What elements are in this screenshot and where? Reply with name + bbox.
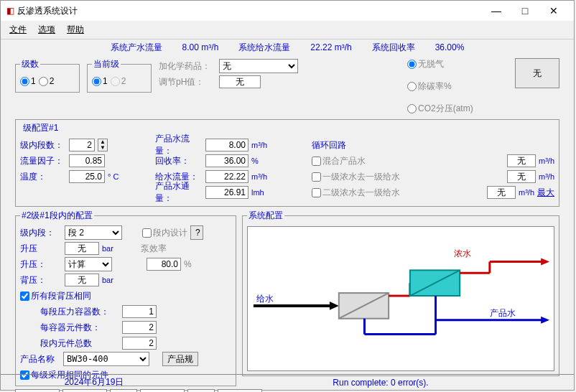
help-button[interactable]: ?: [190, 225, 203, 240]
mix-value[interactable]: [507, 154, 536, 167]
statusbar: 2024年6月19日 Run complete: 0 error(s).: [1, 374, 574, 390]
menu-help[interactable]: 帮助: [67, 24, 84, 36]
passes-legend: 级数: [20, 58, 40, 70]
permflow-input[interactable]: [205, 139, 248, 151]
conc2-value[interactable]: [487, 186, 516, 199]
summary-value-recovery: 36.00%: [435, 42, 465, 52]
recovery-input[interactable]: [205, 154, 248, 167]
ph-value[interactable]: [219, 75, 261, 88]
summary-value-permflow: 8.00 m³/h: [182, 42, 219, 52]
conc1-value[interactable]: [507, 170, 536, 183]
chem-select[interactable]: 无: [219, 59, 298, 73]
boost-label: 升压: [20, 243, 62, 255]
titlebar: ◧ 反渗透系统设计 — □ ✕: [1, 1, 574, 21]
el-label: 每容器元件数：: [40, 322, 119, 334]
maximize-button[interactable]: □: [511, 1, 539, 21]
svg-marker-11: [541, 258, 549, 266]
flowfactor-label: 流量因子：: [20, 155, 66, 167]
diagram-conc-label: 浓水: [454, 248, 471, 258]
menu-options[interactable]: 选项: [38, 24, 55, 36]
window-title: 反渗透系统设计: [17, 5, 482, 17]
system-diagram: 给水: [247, 226, 554, 371]
currentpass-fieldset: 当前级 1 2: [87, 58, 152, 93]
boost-input[interactable]: [65, 242, 99, 255]
syscfg-fieldset: 系统配置 给水: [242, 210, 559, 376]
cfg2-legend: #2级#1段内的配置: [20, 210, 94, 222]
el-input[interactable]: [122, 321, 157, 334]
prod-button[interactable]: 产品规: [162, 352, 198, 366]
degas-button[interactable]: 无: [515, 58, 559, 88]
flux-label: 产品水通量：: [155, 180, 203, 205]
flux-input[interactable]: [205, 186, 248, 199]
boost2-label: 升压：: [20, 258, 62, 271]
recycle-title: 循环回路: [312, 139, 346, 151]
chem-label: 加化学药品：: [159, 60, 213, 73]
conc2-check[interactable]: 二级浓水去一级给水: [312, 187, 400, 199]
segin-label: 级内段：: [20, 227, 62, 239]
boost2-input[interactable]: [147, 258, 181, 271]
allsame-check[interactable]: 所有段背压相同: [20, 290, 91, 302]
temp-input[interactable]: [69, 170, 105, 183]
total-input[interactable]: [122, 337, 157, 350]
diagram-feed-label: 给水: [256, 294, 274, 304]
close-button[interactable]: ✕: [539, 1, 568, 21]
pv-label: 每段压力容器数：: [40, 306, 119, 318]
summary-value-feedflow: 22.22 m³/h: [310, 42, 351, 52]
pv-input[interactable]: [122, 305, 157, 318]
segin-select[interactable]: 段 2: [65, 225, 122, 240]
recovery-label: 回收率：: [155, 155, 203, 167]
segcount-label: 级内段数：: [20, 139, 66, 151]
menubar: 文件 选项 帮助: [1, 21, 574, 39]
max-link[interactable]: 最大: [537, 187, 554, 199]
currentpass-legend: 当前级: [92, 58, 121, 70]
conc1-check[interactable]: 一级浓水去一级给水: [312, 171, 400, 183]
syscfg-legend: 系统配置: [247, 210, 284, 222]
passes-radio-1[interactable]: 1: [20, 76, 36, 86]
summary-bar: 系统产水流量 8.00 m³/h 系统给水流量 22.22 m³/h 系统回收率…: [1, 39, 574, 55]
diagram-perm-label: 产品水: [490, 308, 516, 318]
app-icon: ◧: [6, 6, 14, 16]
svg-marker-1: [330, 302, 339, 310]
status-message: Run complete: 0 error(s).: [187, 378, 574, 388]
back-input[interactable]: [65, 274, 99, 286]
prod-label: 产品名称: [20, 353, 60, 365]
feedflow-input[interactable]: [205, 170, 248, 183]
mix-check[interactable]: 混合产品水: [312, 155, 366, 167]
permflow-label: 产品水流量：: [155, 133, 203, 157]
degas-co2rem[interactable]: 除碳率%: [407, 80, 508, 93]
segdesign-check[interactable]: 段内设计: [142, 227, 187, 239]
summary-label-feedflow: 系统给水流量: [238, 42, 290, 54]
back-label: 背压：: [20, 274, 62, 286]
spinner-icon[interactable]: ▲▼: [98, 139, 108, 151]
cfg1-title: 级配置#1: [22, 122, 60, 134]
degas-co2p[interactable]: CO2分压(atm): [407, 103, 508, 115]
currentpass-radio-1[interactable]: 1: [92, 76, 108, 86]
prod-select[interactable]: BW30-400: [63, 352, 149, 366]
pumpeff-label: 泵效率: [141, 243, 167, 255]
boost2-select[interactable]: 计算: [65, 257, 112, 271]
ph-label: 调节pH值：: [159, 76, 213, 88]
app-window: ◧ 反渗透系统设计 — □ ✕ 文件 选项 帮助 系统产水流量 8.00 m³/…: [0, 0, 575, 391]
segcount-input[interactable]: [69, 139, 95, 151]
svg-marker-16: [541, 317, 549, 324]
menu-file[interactable]: 文件: [9, 24, 27, 36]
passes-fieldset: 级数 1 2: [15, 58, 80, 93]
total-label: 段内元件总数: [40, 337, 119, 350]
status-date: 2024年6月19日: [1, 376, 187, 388]
passes-radio-2[interactable]: 2: [39, 76, 55, 86]
temp-label: 温度：: [20, 171, 66, 183]
summary-label-recovery: 系统回收率: [372, 42, 415, 54]
minimize-button[interactable]: —: [482, 1, 511, 21]
summary-label-permflow: 系统产水流量: [111, 42, 162, 54]
flowfactor-input[interactable]: [69, 154, 105, 167]
cfg2-fieldset: #2级#1段内的配置 级内段：段 2 段内设计 ? 升压bar 泵效率 升压：计…: [15, 210, 236, 386]
currentpass-radio-2: 2: [111, 76, 126, 86]
degas-none[interactable]: 无脱气: [407, 58, 508, 70]
